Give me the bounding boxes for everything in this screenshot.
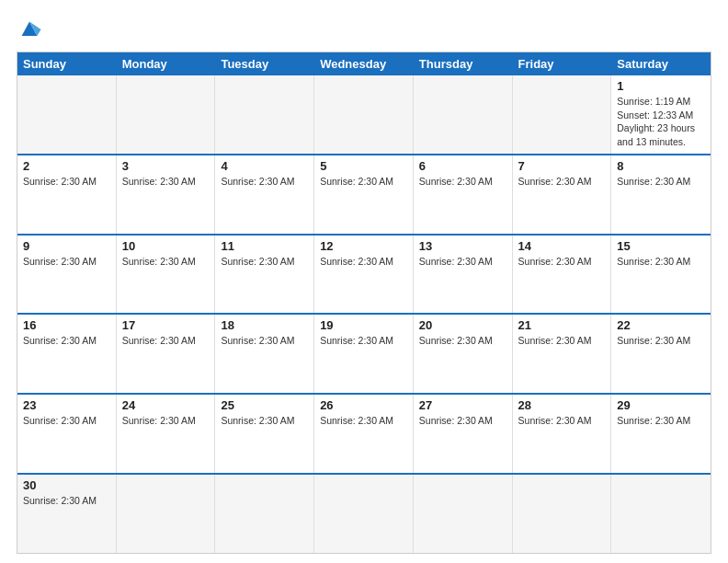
cell-info: Sunrise: 2:30 AM — [320, 255, 407, 269]
calendar-cell: 25Sunrise: 2:30 AM — [215, 395, 314, 473]
calendar-cell — [414, 475, 513, 553]
cell-date: 17 — [122, 318, 210, 332]
day-name-thursday: Thursday — [414, 52, 513, 75]
cell-date: 16 — [23, 318, 110, 332]
logo-icon — [17, 17, 42, 42]
day-name-sunday: Sunday — [17, 52, 117, 75]
cell-date: 29 — [617, 398, 705, 412]
calendar-cell: 21Sunrise: 2:30 AM — [513, 315, 612, 393]
calendar-cell: 22Sunrise: 2:30 AM — [611, 315, 711, 393]
cell-date: 12 — [320, 239, 407, 253]
calendar-cell — [117, 75, 216, 154]
cell-date: 15 — [617, 239, 705, 253]
cell-date: 23 — [23, 398, 110, 412]
cell-info: Sunrise: 2:30 AM — [122, 175, 210, 189]
calendar-cell — [513, 75, 612, 154]
cell-date: 21 — [518, 318, 606, 332]
cell-date: 8 — [617, 159, 705, 173]
cell-info: Sunrise: 2:30 AM — [23, 175, 110, 189]
calendar-cell: 3Sunrise: 2:30 AM — [117, 155, 216, 234]
cell-info: Sunrise: 2:30 AM — [617, 175, 705, 189]
cell-date: 13 — [419, 239, 506, 253]
calendar-cell: 16Sunrise: 2:30 AM — [17, 315, 117, 393]
cell-info: Sunrise: 2:30 AM — [419, 255, 506, 269]
calendar-cell: 14Sunrise: 2:30 AM — [513, 236, 612, 314]
calendar-row: 23Sunrise: 2:30 AM24Sunrise: 2:30 AM25Su… — [17, 393, 711, 473]
calendar-cell — [314, 75, 414, 154]
cell-date: 27 — [419, 398, 506, 412]
day-name-friday: Friday — [513, 52, 612, 75]
cell-info: Sunrise: 2:30 AM — [221, 175, 308, 189]
cell-date: 4 — [221, 159, 308, 173]
cell-info: Sunrise: 2:30 AM — [518, 255, 606, 269]
calendar-cell: 23Sunrise: 2:30 AM — [17, 395, 117, 473]
cell-date: 10 — [122, 239, 210, 253]
cell-info: Sunrise: 2:30 AM — [617, 334, 705, 348]
cell-date: 14 — [518, 239, 606, 253]
calendar-row: 30Sunrise: 2:30 AM — [17, 473, 711, 553]
calendar-cell — [611, 475, 711, 553]
calendar-cell: 20Sunrise: 2:30 AM — [414, 315, 513, 393]
cell-date: 1 — [617, 79, 705, 93]
cell-info: Sunrise: 2:30 AM — [23, 255, 110, 269]
calendar-body: 1Sunrise: 1:19 AM Sunset: 12:33 AM Dayli… — [17, 75, 711, 553]
calendar-cell — [215, 75, 314, 154]
calendar-row: 2Sunrise: 2:30 AM3Sunrise: 2:30 AM4Sunri… — [17, 154, 711, 234]
calendar-cell: 30Sunrise: 2:30 AM — [17, 475, 117, 553]
cell-date: 7 — [518, 159, 606, 173]
cell-date: 19 — [320, 318, 407, 332]
calendar-cell — [17, 75, 117, 154]
calendar-cell: 18Sunrise: 2:30 AM — [215, 315, 314, 393]
calendar-cell: 13Sunrise: 2:30 AM — [414, 236, 513, 314]
cell-date: 9 — [23, 239, 110, 253]
cell-info: Sunrise: 2:30 AM — [221, 414, 308, 428]
day-name-wednesday: Wednesday — [314, 52, 414, 75]
cell-date: 11 — [221, 239, 308, 253]
calendar-header: SundayMondayTuesdayWednesdayThursdayFrid… — [17, 52, 711, 75]
cell-info: Sunrise: 2:30 AM — [518, 334, 606, 348]
cell-info: Sunrise: 2:30 AM — [518, 175, 606, 189]
cell-info: Sunrise: 2:30 AM — [320, 334, 407, 348]
cell-info: Sunrise: 2:30 AM — [23, 414, 110, 428]
cell-info: Sunrise: 2:30 AM — [419, 175, 506, 189]
cell-info: Sunrise: 2:30 AM — [518, 414, 606, 428]
calendar-cell: 6Sunrise: 2:30 AM — [414, 155, 513, 234]
day-name-saturday: Saturday — [611, 52, 711, 75]
calendar-row: 1Sunrise: 1:19 AM Sunset: 12:33 AM Dayli… — [17, 75, 711, 154]
cell-info: Sunrise: 2:30 AM — [320, 414, 407, 428]
cell-info: Sunrise: 2:30 AM — [617, 414, 705, 428]
cell-info: Sunrise: 2:30 AM — [221, 255, 308, 269]
calendar-cell: 10Sunrise: 2:30 AM — [117, 236, 216, 314]
calendar-cell: 28Sunrise: 2:30 AM — [513, 395, 612, 473]
calendar-cell: 8Sunrise: 2:30 AM — [611, 155, 711, 234]
cell-date: 3 — [122, 159, 210, 173]
cell-date: 26 — [320, 398, 407, 412]
cell-info: Sunrise: 2:30 AM — [122, 334, 210, 348]
calendar-cell — [117, 475, 216, 553]
calendar-cell — [414, 75, 513, 154]
cell-info: Sunrise: 2:30 AM — [221, 334, 308, 348]
day-name-tuesday: Tuesday — [215, 52, 314, 75]
cell-date: 18 — [221, 318, 308, 332]
cell-date: 30 — [23, 478, 110, 492]
cell-info: Sunrise: 1:19 AM Sunset: 12:33 AM Daylig… — [617, 95, 705, 149]
calendar-cell: 29Sunrise: 2:30 AM — [611, 395, 711, 473]
calendar-cell: 15Sunrise: 2:30 AM — [611, 236, 711, 314]
calendar-cell: 26Sunrise: 2:30 AM — [314, 395, 414, 473]
cell-date: 24 — [122, 398, 210, 412]
logo — [17, 17, 46, 42]
calendar-cell: 4Sunrise: 2:30 AM — [215, 155, 314, 234]
calendar-cell: 27Sunrise: 2:30 AM — [414, 395, 513, 473]
calendar-cell: 5Sunrise: 2:30 AM — [314, 155, 414, 234]
calendar-cell: 24Sunrise: 2:30 AM — [117, 395, 216, 473]
calendar-cell — [513, 475, 612, 553]
calendar-cell — [215, 475, 314, 553]
calendar-row: 16Sunrise: 2:30 AM17Sunrise: 2:30 AM18Su… — [17, 313, 711, 393]
calendar-cell: 1Sunrise: 1:19 AM Sunset: 12:33 AM Dayli… — [611, 75, 711, 154]
cell-date: 5 — [320, 159, 407, 173]
cell-info: Sunrise: 2:30 AM — [419, 414, 506, 428]
cell-date: 6 — [419, 159, 506, 173]
calendar-row: 9Sunrise: 2:30 AM10Sunrise: 2:30 AM11Sun… — [17, 234, 711, 314]
cell-info: Sunrise: 2:30 AM — [23, 494, 110, 508]
calendar-cell: 17Sunrise: 2:30 AM — [117, 315, 216, 393]
